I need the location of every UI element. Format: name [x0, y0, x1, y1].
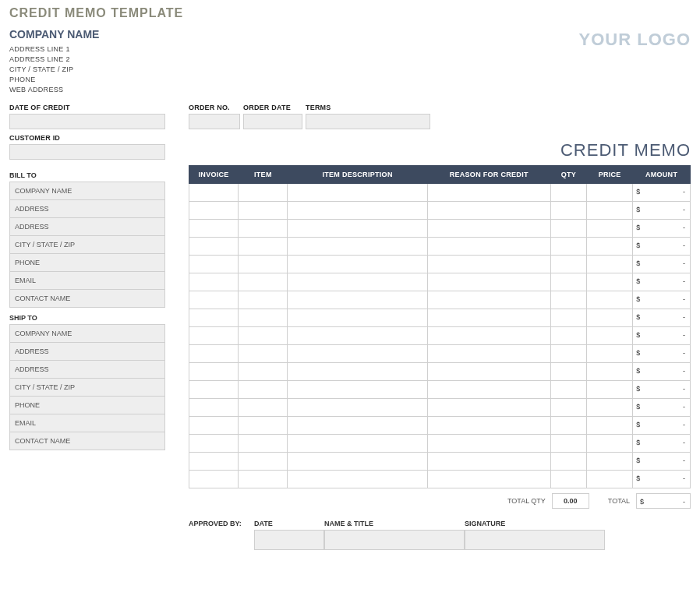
item-cell[interactable]	[587, 238, 633, 256]
item-cell[interactable]	[550, 291, 586, 309]
item-cell[interactable]	[427, 417, 550, 435]
bill-to-contact[interactable]: CONTACT NAME	[10, 290, 165, 308]
item-cell[interactable]	[587, 202, 633, 220]
item-cell[interactable]	[239, 238, 288, 256]
item-cell[interactable]	[189, 453, 239, 471]
item-cell[interactable]	[550, 309, 586, 327]
item-cell[interactable]	[288, 273, 427, 291]
item-cell[interactable]	[239, 309, 288, 327]
item-cell[interactable]	[189, 381, 239, 399]
order-date-input[interactable]	[243, 114, 302, 129]
item-cell[interactable]	[239, 435, 288, 453]
item-cell[interactable]	[288, 202, 427, 220]
item-cell[interactable]	[288, 291, 427, 309]
item-cell[interactable]	[550, 238, 586, 256]
item-cell[interactable]	[427, 327, 550, 345]
item-cell[interactable]	[550, 381, 586, 399]
item-cell[interactable]	[427, 291, 550, 309]
ship-to-email[interactable]: EMAIL	[10, 414, 165, 432]
item-cell[interactable]	[550, 363, 586, 381]
item-cell[interactable]	[189, 291, 239, 309]
item-cell[interactable]	[239, 471, 288, 488]
item-cell[interactable]	[288, 256, 427, 273]
item-cell[interactable]	[189, 399, 239, 417]
item-cell[interactable]	[427, 202, 550, 220]
item-cell[interactable]	[587, 309, 633, 327]
approval-name-title-input[interactable]	[324, 530, 465, 550]
order-no-input[interactable]	[189, 114, 240, 129]
item-cell[interactable]	[587, 471, 633, 488]
item-cell[interactable]	[239, 399, 288, 417]
item-cell[interactable]	[239, 291, 288, 309]
item-cell[interactable]	[427, 309, 550, 327]
item-cell[interactable]	[239, 184, 288, 202]
item-cell[interactable]	[239, 220, 288, 238]
ship-to-phone[interactable]: PHONE	[10, 397, 165, 414]
bill-to-email[interactable]: EMAIL	[10, 272, 165, 290]
item-cell[interactable]	[550, 327, 586, 345]
ship-to-address-2[interactable]: ADDRESS	[10, 361, 165, 379]
item-cell[interactable]	[239, 417, 288, 435]
item-cell[interactable]	[587, 363, 633, 381]
bill-to-company[interactable]: COMPANY NAME	[10, 182, 165, 200]
item-cell[interactable]	[189, 363, 239, 381]
item-cell[interactable]	[550, 184, 586, 202]
approval-signature-input[interactable]	[465, 530, 605, 550]
item-cell[interactable]	[550, 435, 586, 453]
item-cell[interactable]	[288, 453, 427, 471]
item-cell[interactable]	[587, 184, 633, 202]
item-cell[interactable]	[288, 309, 427, 327]
item-cell[interactable]	[427, 435, 550, 453]
bill-to-address-2[interactable]: ADDRESS	[10, 218, 165, 236]
item-cell[interactable]	[427, 471, 550, 488]
item-cell[interactable]	[427, 363, 550, 381]
item-cell[interactable]	[288, 238, 427, 256]
item-cell[interactable]	[427, 220, 550, 238]
item-cell[interactable]	[550, 273, 586, 291]
item-cell[interactable]	[239, 345, 288, 363]
item-cell[interactable]	[587, 256, 633, 273]
item-cell[interactable]	[427, 184, 550, 202]
item-cell[interactable]	[427, 399, 550, 417]
item-cell[interactable]	[587, 291, 633, 309]
item-cell[interactable]	[288, 184, 427, 202]
item-cell[interactable]	[189, 202, 239, 220]
item-cell[interactable]	[587, 273, 633, 291]
item-cell[interactable]	[587, 399, 633, 417]
item-cell[interactable]	[239, 256, 288, 273]
item-cell[interactable]	[550, 345, 586, 363]
item-cell[interactable]	[239, 363, 288, 381]
item-cell[interactable]	[587, 453, 633, 471]
item-cell[interactable]	[239, 453, 288, 471]
item-cell[interactable]	[189, 238, 239, 256]
customer-id-input[interactable]	[9, 144, 165, 160]
item-cell[interactable]	[587, 417, 633, 435]
item-cell[interactable]	[587, 435, 633, 453]
item-cell[interactable]	[189, 435, 239, 453]
bill-to-phone[interactable]: PHONE	[10, 254, 165, 272]
approval-date-input[interactable]	[254, 530, 324, 550]
terms-input[interactable]	[306, 114, 430, 129]
item-cell[interactable]	[288, 471, 427, 488]
item-cell[interactable]	[550, 202, 586, 220]
item-cell[interactable]	[550, 399, 586, 417]
item-cell[interactable]	[427, 345, 550, 363]
ship-to-contact[interactable]: CONTACT NAME	[10, 432, 165, 450]
date-of-credit-input[interactable]	[9, 114, 165, 129]
item-cell[interactable]	[239, 381, 288, 399]
item-cell[interactable]	[427, 256, 550, 273]
item-cell[interactable]	[239, 273, 288, 291]
item-cell[interactable]	[239, 202, 288, 220]
item-cell[interactable]	[587, 327, 633, 345]
bill-to-city[interactable]: CITY / STATE / ZIP	[10, 236, 165, 254]
item-cell[interactable]	[189, 327, 239, 345]
item-cell[interactable]	[288, 435, 427, 453]
item-cell[interactable]	[189, 309, 239, 327]
item-cell[interactable]	[288, 345, 427, 363]
bill-to-address-1[interactable]: ADDRESS	[10, 200, 165, 218]
item-cell[interactable]	[189, 256, 239, 273]
item-cell[interactable]	[288, 363, 427, 381]
item-cell[interactable]	[189, 417, 239, 435]
item-cell[interactable]	[550, 256, 586, 273]
item-cell[interactable]	[550, 453, 586, 471]
